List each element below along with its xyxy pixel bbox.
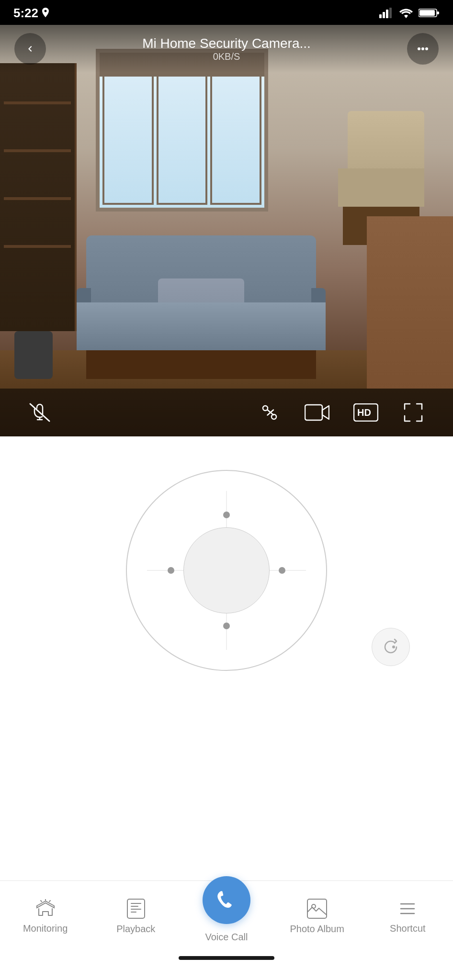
svg-rect-2 <box>386 10 388 18</box>
joystick-outer[interactable] <box>126 470 327 671</box>
camera-view: Mi Home Security Camera... 0KB/S <box>0 25 453 436</box>
camera-subtitle: 0KB/S <box>56 51 397 62</box>
mute-button[interactable] <box>29 402 51 423</box>
svg-point-8 <box>421 47 424 50</box>
monitoring-label: Monitoring <box>23 923 68 934</box>
photo-album-icon <box>307 899 327 919</box>
status-time: 5:22 <box>13 6 38 21</box>
photo-album-label: Photo Album <box>290 924 344 935</box>
playback-icon <box>127 899 145 919</box>
svg-rect-5 <box>419 10 435 16</box>
floor-device <box>14 331 53 379</box>
svg-point-9 <box>425 47 428 50</box>
monitoring-icon <box>35 899 56 918</box>
back-button[interactable] <box>14 33 46 65</box>
shortcut-icon <box>398 899 417 918</box>
svg-rect-12 <box>305 405 322 420</box>
voice-call-button[interactable] <box>203 876 250 924</box>
shortcut-label: Shortcut <box>390 923 425 934</box>
location-icon <box>41 8 50 18</box>
record-button[interactable] <box>305 403 329 422</box>
signal-icon <box>379 8 394 18</box>
svg-point-15 <box>392 646 395 648</box>
joystick-inner[interactable] <box>183 527 270 613</box>
svg-rect-1 <box>383 12 385 18</box>
camera-controls-bar: HD <box>0 389 453 436</box>
home-indicator <box>0 943 453 966</box>
status-icons <box>379 8 440 18</box>
joystick-dot-bottom[interactable] <box>223 623 230 629</box>
reset-button[interactable] <box>372 628 410 666</box>
hd-button[interactable]: HD <box>353 403 378 422</box>
nav-item-photo-album[interactable]: Photo Album <box>288 899 346 935</box>
dresser <box>367 216 453 389</box>
svg-text:HD: HD <box>357 407 371 418</box>
fullscreen-button[interactable] <box>402 401 424 423</box>
bookcase <box>0 63 77 331</box>
nav-items: Monitoring Playback Voice Call <box>0 891 453 943</box>
nav-item-shortcut[interactable]: Shortcut <box>379 899 436 934</box>
nav-item-monitoring[interactable]: Monitoring <box>17 899 74 934</box>
window <box>96 49 268 212</box>
svg-point-7 <box>418 47 420 50</box>
voice-call-label: Voice Call <box>205 932 248 943</box>
home-bar <box>179 956 274 960</box>
camera-title: Mi Home Security Camera... <box>65 36 388 51</box>
svg-rect-6 <box>437 11 439 14</box>
bottom-nav: Monitoring Playback Voice Call <box>0 880 453 980</box>
joystick-dot-top[interactable] <box>223 512 230 518</box>
nav-item-playback[interactable]: Playback <box>107 899 165 935</box>
status-bar: 5:22 <box>0 0 453 25</box>
camera-overlay-top: Mi Home Security Camera... 0KB/S <box>0 25 453 73</box>
svg-rect-3 <box>389 8 392 18</box>
joystick-dot-left[interactable] <box>168 567 174 574</box>
ptz-area[interactable] <box>0 436 453 704</box>
battery-icon <box>419 8 440 18</box>
playback-label: Playback <box>116 924 155 935</box>
joystick-dot-right[interactable] <box>279 567 285 574</box>
svg-rect-0 <box>379 14 382 18</box>
wifi-icon <box>399 8 413 18</box>
more-button[interactable] <box>407 33 439 65</box>
screenshot-button[interactable] <box>259 401 281 423</box>
nav-item-voice-call[interactable]: Voice Call <box>198 891 255 943</box>
sofa <box>77 235 326 379</box>
camera-scene <box>0 25 453 436</box>
